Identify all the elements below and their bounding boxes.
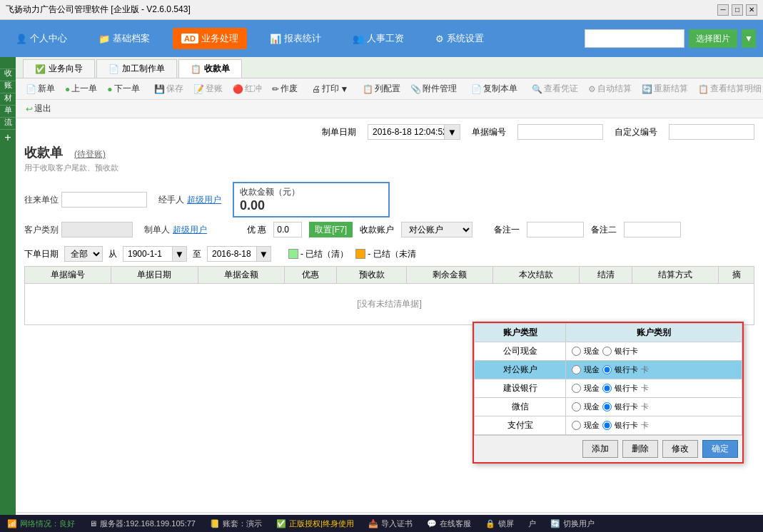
nav-dropdown-button[interactable]: ▼ bbox=[742, 29, 756, 48]
minimize-button[interactable]: ─ bbox=[717, 4, 729, 16]
check-settlement-button[interactable]: 📋 查看结算明细 bbox=[694, 81, 763, 96]
attach-button[interactable]: 📎 附件管理 bbox=[406, 81, 461, 96]
popup-row-1-radio-cash[interactable] bbox=[572, 365, 581, 374]
sidebar-left: 收 账 材 单 流 系 + bbox=[0, 57, 16, 532]
popup-row-0[interactable]: 公司现金 现金 银行卡 bbox=[475, 342, 742, 361]
tab-receipt[interactable]: 📋 收款单 bbox=[178, 59, 242, 78]
discount-input[interactable] bbox=[273, 222, 302, 237]
prev-button[interactable]: ● 上一单 bbox=[61, 81, 101, 96]
popup-col-type: 账户类别 bbox=[566, 324, 742, 342]
popup-row-4-radio-bank[interactable] bbox=[602, 421, 612, 430]
take-f7-button[interactable]: 取置[F7] bbox=[309, 222, 353, 237]
save-button[interactable]: 💾 保存 bbox=[150, 81, 188, 96]
sidebar-item-5[interactable]: 系 bbox=[0, 118, 16, 130]
popup-modify-button[interactable]: 修改 bbox=[662, 440, 698, 458]
sidebar-item-0[interactable]: 收 bbox=[0, 57, 16, 69]
tab-guide[interactable]: ✅ 业务向导 bbox=[23, 59, 95, 78]
popup-row-3[interactable]: 微信 现金 银行卡 卡 bbox=[475, 398, 742, 416]
nav-item-personal[interactable]: 👤 个人中心 bbox=[7, 28, 76, 49]
col-config-button[interactable]: 📋 列配置 bbox=[358, 81, 405, 96]
switch-user[interactable]: 🔄 切换用户 bbox=[550, 518, 595, 529]
back-button[interactable]: ↩ 退出 bbox=[21, 101, 56, 116]
amount-box: 收款金额（元） 0.00 bbox=[233, 182, 390, 218]
nav-item-hr[interactable]: 👥 人事工资 bbox=[344, 28, 413, 49]
tab-process[interactable]: 📄 加工制作单 bbox=[96, 59, 177, 78]
amount-label: 收款金额（元） bbox=[240, 187, 300, 197]
from-date-picker[interactable]: ▼ bbox=[172, 246, 187, 262]
online-service[interactable]: 💬 在线客服 bbox=[427, 518, 471, 529]
lock-screen[interactable]: 🔒 锁屏 bbox=[485, 518, 514, 529]
handler-value: 超级用户 bbox=[187, 194, 221, 206]
sidebar-plus-button[interactable]: + bbox=[0, 130, 16, 145]
customer-type-input[interactable] bbox=[61, 222, 133, 237]
popup-row-0-radio-bank[interactable] bbox=[602, 347, 612, 356]
sidebar-item-2[interactable]: 材 bbox=[0, 81, 16, 93]
nav-item-basic[interactable]: 📁 基础档案 bbox=[90, 28, 158, 49]
account-select[interactable]: 对公账户 bbox=[401, 222, 473, 237]
popup-row-2-radio-bank[interactable] bbox=[602, 384, 612, 393]
partner-input[interactable] bbox=[61, 192, 147, 208]
popup-confirm-button[interactable]: 确定 bbox=[702, 440, 738, 458]
popup-row-1-radio-bank[interactable] bbox=[602, 365, 612, 374]
popup-add-button[interactable]: 添加 bbox=[582, 440, 618, 458]
note1-input[interactable] bbox=[527, 222, 584, 237]
resettle-button[interactable]: 🔄 重新结算 bbox=[637, 81, 692, 96]
popup-row-4[interactable]: 支付宝 现金 银行卡 卡 bbox=[475, 416, 742, 435]
legend-green-item: - 已结（清） bbox=[288, 248, 348, 260]
restore-button[interactable]: □ bbox=[732, 4, 743, 16]
void-button[interactable]: ✏ 作废 bbox=[268, 81, 302, 96]
popup-row-2[interactable]: 建设银行 现金 银行卡 卡 bbox=[475, 379, 742, 398]
title-controls: ─ □ ✕ bbox=[717, 4, 757, 16]
check-settlement-icon: 📋 bbox=[698, 84, 709, 94]
check-bill-button[interactable]: 🔍 查看凭证 bbox=[527, 81, 582, 96]
app-wrapper: 飞扬动力广告公司管理软件 [企业版 - V2.6.0.543] ─ □ ✕ 👤 … bbox=[0, 0, 763, 532]
nav-item-reports[interactable]: 📊 报表统计 bbox=[261, 28, 330, 49]
print-icon: 🖨 bbox=[312, 84, 320, 94]
popup-delete-button[interactable]: 删除 bbox=[622, 440, 658, 458]
next-button[interactable]: ● 下一单 bbox=[103, 81, 143, 96]
date-range-select[interactable]: 全部 bbox=[64, 246, 103, 262]
popup-row-3-radio: 现金 银行卡 卡 bbox=[572, 401, 736, 412]
auto-settle-button[interactable]: ⚙ 自动结算 bbox=[584, 81, 636, 96]
note2-input[interactable] bbox=[624, 222, 681, 237]
account-status: 📒 账套：演示 bbox=[210, 518, 262, 529]
custom-no-label: 自定义编号 bbox=[615, 126, 657, 138]
popup-row-1[interactable]: 对公账户 现金 银行卡 卡 bbox=[475, 361, 742, 379]
to-date-picker[interactable]: ▼ bbox=[256, 246, 271, 262]
make-date-picker-button[interactable]: ▼ bbox=[444, 124, 460, 140]
redcharge-button[interactable]: 🔴 红冲 bbox=[228, 81, 266, 96]
sidebar-item-3[interactable]: 单 bbox=[0, 93, 16, 106]
col-config-icon: 📋 bbox=[363, 84, 373, 94]
note2-label: 备注二 bbox=[591, 224, 617, 236]
popup-row-0-radio-cash[interactable] bbox=[572, 347, 581, 356]
popup-row-4-name: 支付宝 bbox=[475, 416, 566, 435]
nav-search-area: 选择图片 ▼ bbox=[585, 29, 756, 48]
sidebar-item-4[interactable]: 流 bbox=[0, 106, 16, 118]
nav-search-input[interactable] bbox=[585, 29, 684, 48]
nav-item-system[interactable]: ⚙ 系统设置 bbox=[427, 28, 492, 49]
select-image-button[interactable]: 选择图片 bbox=[689, 29, 737, 48]
close-button[interactable]: ✕ bbox=[746, 4, 757, 16]
tab-guide-icon: ✅ bbox=[35, 64, 46, 74]
doc-no-label: 单据编号 bbox=[472, 126, 506, 138]
import-cert[interactable]: 📥 导入证书 bbox=[368, 518, 413, 529]
gear-icon: ⚙ bbox=[435, 34, 444, 44]
register-icon: 📝 bbox=[193, 84, 204, 94]
popup-row-2-radio-cash[interactable] bbox=[572, 384, 581, 393]
popup-row-3-radio-cash[interactable] bbox=[572, 402, 581, 411]
copy-icon: 📄 bbox=[471, 84, 482, 94]
custom-no-input[interactable] bbox=[669, 124, 754, 140]
amount-value: 0.00 bbox=[240, 198, 383, 213]
register-button[interactable]: 📝 登账 bbox=[189, 81, 227, 96]
print-button[interactable]: 🖨 打印 ▼ bbox=[308, 81, 353, 96]
popup-row-3-radio-bank[interactable] bbox=[602, 402, 612, 411]
new-button[interactable]: 📄 新单 bbox=[21, 81, 59, 96]
login-account-label[interactable]: (待登账) bbox=[74, 148, 106, 160]
sidebar-item-1[interactable]: 账 bbox=[0, 69, 16, 81]
doc-no-input[interactable] bbox=[517, 124, 603, 140]
legend-orange-label: - 已结（未清 bbox=[368, 248, 415, 260]
popup-row-4-radio-cash[interactable] bbox=[572, 421, 581, 430]
auto-settle-icon: ⚙ bbox=[588, 84, 596, 94]
nav-item-business[interactable]: AD 业务处理 bbox=[173, 28, 247, 49]
copy-button[interactable]: 📄 复制本单 bbox=[467, 81, 522, 96]
